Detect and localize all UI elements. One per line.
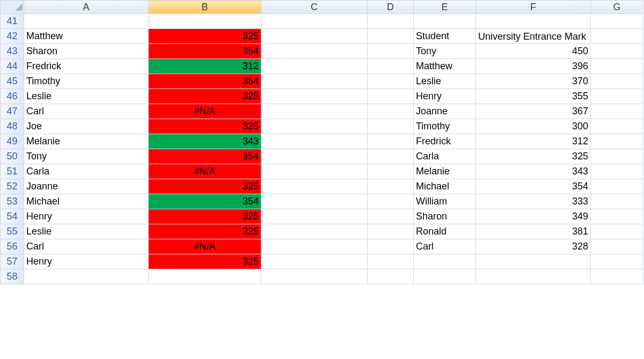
cell-C46[interactable]: [261, 89, 368, 104]
cell-A54[interactable]: Henry: [24, 209, 149, 224]
cell-B53[interactable]: 354: [149, 194, 261, 209]
cell-F48[interactable]: 300: [476, 119, 591, 134]
row-header-53[interactable]: 53: [1, 194, 24, 209]
cell-G56[interactable]: [591, 239, 643, 254]
cell-C43[interactable]: [261, 44, 368, 59]
cell-C58[interactable]: [261, 269, 368, 284]
cell-B43[interactable]: 354: [149, 44, 261, 59]
cell-G43[interactable]: [591, 44, 643, 59]
cell-B51[interactable]: #N/A: [149, 164, 261, 179]
cell-G48[interactable]: [591, 119, 643, 134]
cell-D51[interactable]: [368, 164, 414, 179]
row-header-58[interactable]: 58: [1, 269, 24, 284]
row-header-45[interactable]: 45: [1, 74, 24, 89]
cell-A43[interactable]: Sharon: [24, 44, 149, 59]
cell-G41[interactable]: [591, 14, 643, 29]
cell-B48[interactable]: 325: [149, 119, 261, 134]
row-header-50[interactable]: 50: [1, 149, 24, 164]
cell-G51[interactable]: [591, 164, 643, 179]
col-header-F[interactable]: F: [476, 1, 591, 14]
cell-D43[interactable]: [368, 44, 414, 59]
cell-F50[interactable]: 325: [476, 149, 591, 164]
cell-B50[interactable]: 354: [149, 149, 261, 164]
cell-C56[interactable]: [261, 239, 368, 254]
cell-A42[interactable]: Matthew: [24, 29, 149, 44]
row-header-52[interactable]: 52: [1, 179, 24, 194]
cell-E55[interactable]: Ronald: [414, 224, 476, 239]
cell-D47[interactable]: [368, 104, 414, 119]
cell-B54[interactable]: 325: [149, 209, 261, 224]
cell-A57[interactable]: Henry: [24, 254, 149, 269]
cell-D46[interactable]: [368, 89, 414, 104]
cell-E46[interactable]: Henry: [414, 89, 476, 104]
cell-A55[interactable]: Leslie: [24, 224, 149, 239]
cell-A49[interactable]: Melanie: [24, 134, 149, 149]
cell-A58[interactable]: [24, 269, 149, 284]
cell-C49[interactable]: [261, 134, 368, 149]
cell-G58[interactable]: [591, 269, 643, 284]
cell-B52[interactable]: 325: [149, 179, 261, 194]
cell-G46[interactable]: [591, 89, 643, 104]
row-header-51[interactable]: 51: [1, 164, 24, 179]
row-header-46[interactable]: 46: [1, 89, 24, 104]
cell-B46[interactable]: 325: [149, 89, 261, 104]
cell-F43[interactable]: 450: [476, 44, 591, 59]
cell-E44[interactable]: Matthew: [414, 59, 476, 74]
cell-G45[interactable]: [591, 74, 643, 89]
row-header-57[interactable]: 57: [1, 254, 24, 269]
cell-F53[interactable]: 333: [476, 194, 591, 209]
cell-E42[interactable]: Student: [414, 29, 476, 44]
cell-F54[interactable]: 349: [476, 209, 591, 224]
col-header-B[interactable]: B: [149, 1, 261, 14]
row-header-47[interactable]: 47: [1, 104, 24, 119]
cell-D45[interactable]: [368, 74, 414, 89]
spreadsheet-grid[interactable]: A B C D E F G 4142Matthew325StudentUnive…: [0, 0, 643, 284]
cell-D44[interactable]: [368, 59, 414, 74]
cell-D55[interactable]: [368, 224, 414, 239]
cell-F45[interactable]: 370: [476, 74, 591, 89]
cell-E43[interactable]: Tony: [414, 44, 476, 59]
cell-C41[interactable]: [261, 14, 368, 29]
cell-E52[interactable]: Michael: [414, 179, 476, 194]
row-header-55[interactable]: 55: [1, 224, 24, 239]
cell-E45[interactable]: Leslie: [414, 74, 476, 89]
cell-B55[interactable]: 325: [149, 224, 261, 239]
cell-G55[interactable]: [591, 224, 643, 239]
cell-E51[interactable]: Melanie: [414, 164, 476, 179]
cell-F51[interactable]: 343: [476, 164, 591, 179]
cell-A51[interactable]: Carla: [24, 164, 149, 179]
cell-D57[interactable]: [368, 254, 414, 269]
select-all-corner[interactable]: [1, 1, 24, 14]
cell-B41[interactable]: [149, 14, 261, 29]
cell-C54[interactable]: [261, 209, 368, 224]
cell-D42[interactable]: [368, 29, 414, 44]
row-header-41[interactable]: 41: [1, 14, 24, 29]
cell-B49[interactable]: 343: [149, 134, 261, 149]
cell-F46[interactable]: 355: [476, 89, 591, 104]
cell-A46[interactable]: Leslie: [24, 89, 149, 104]
cell-E47[interactable]: Joanne: [414, 104, 476, 119]
cell-G42[interactable]: [591, 29, 643, 44]
cell-A53[interactable]: Michael: [24, 194, 149, 209]
col-header-E[interactable]: E: [414, 1, 476, 14]
cell-E53[interactable]: William: [414, 194, 476, 209]
cell-C50[interactable]: [261, 149, 368, 164]
cell-G57[interactable]: [591, 254, 643, 269]
cell-F56[interactable]: 328: [476, 239, 591, 254]
cell-A47[interactable]: Carl: [24, 104, 149, 119]
cell-F57[interactable]: [476, 254, 591, 269]
cell-G54[interactable]: [591, 209, 643, 224]
cell-C47[interactable]: [261, 104, 368, 119]
cell-E58[interactable]: [414, 269, 476, 284]
cell-A48[interactable]: Joe: [24, 119, 149, 134]
cell-D48[interactable]: [368, 119, 414, 134]
cell-C52[interactable]: [261, 179, 368, 194]
col-header-G[interactable]: G: [591, 1, 643, 14]
cell-F44[interactable]: 396: [476, 59, 591, 74]
cell-D52[interactable]: [368, 179, 414, 194]
cell-E49[interactable]: Fredrick: [414, 134, 476, 149]
cell-E54[interactable]: Sharon: [414, 209, 476, 224]
cell-E50[interactable]: Carla: [414, 149, 476, 164]
cell-B47[interactable]: #N/A: [149, 104, 261, 119]
cell-G49[interactable]: [591, 134, 643, 149]
